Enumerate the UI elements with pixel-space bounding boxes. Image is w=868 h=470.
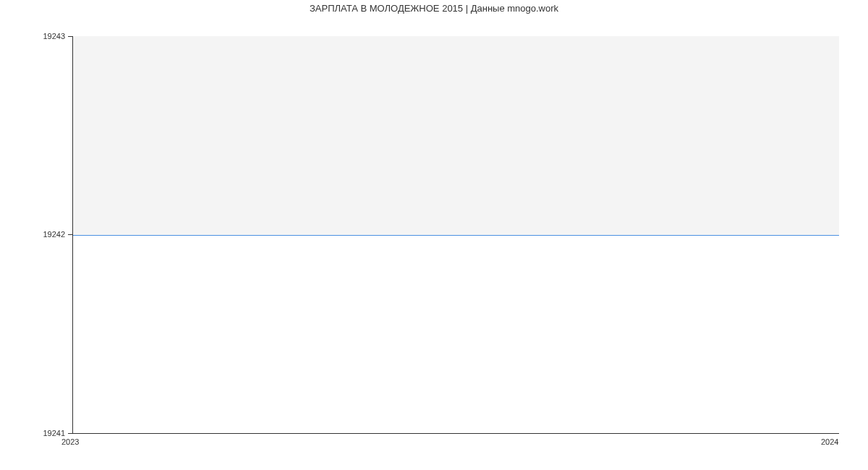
chart-container: ЗАРПЛАТА В МОЛОДЕЖНОЕ 2015 | Данные mnog… (0, 0, 868, 470)
plot-area (72, 36, 839, 434)
x-tick-label: 2024 (821, 437, 838, 446)
y-tick-label: 19242 (29, 230, 65, 239)
chart-title: ЗАРПЛАТА В МОЛОДЕЖНОЕ 2015 | Данные mnog… (0, 3, 868, 14)
y-tick-label: 19241 (29, 429, 65, 437)
y-tick-label: 19243 (29, 32, 65, 40)
x-tick-label: 2023 (61, 437, 79, 446)
area-fill (73, 36, 839, 235)
series-line (73, 235, 839, 236)
